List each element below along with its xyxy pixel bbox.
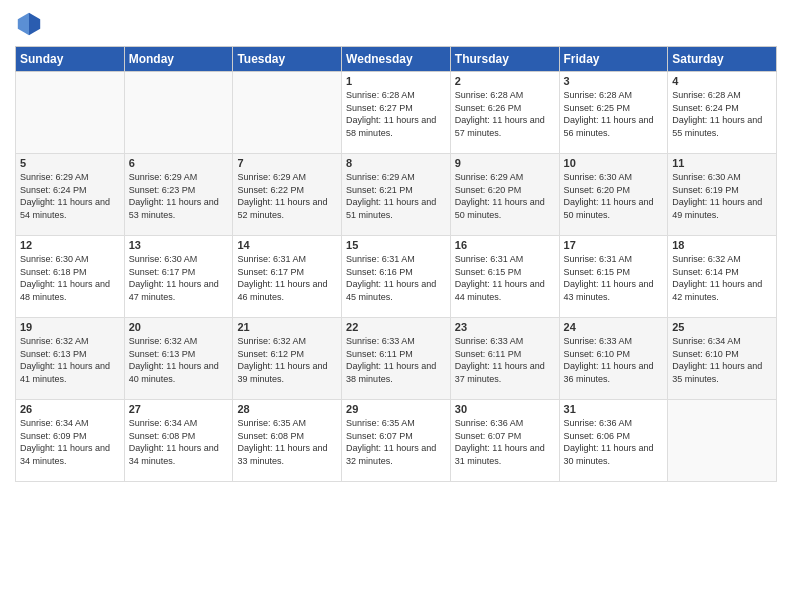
calendar-cell xyxy=(124,72,233,154)
day-info: Sunrise: 6:28 AM Sunset: 6:24 PM Dayligh… xyxy=(672,89,772,139)
calendar-cell: 29 Sunrise: 6:35 AM Sunset: 6:07 PM Dayl… xyxy=(342,400,451,482)
day-info: Sunrise: 6:35 AM Sunset: 6:08 PM Dayligh… xyxy=(237,417,337,467)
day-info: Sunrise: 6:28 AM Sunset: 6:27 PM Dayligh… xyxy=(346,89,446,139)
calendar-cell: 8 Sunrise: 6:29 AM Sunset: 6:21 PM Dayli… xyxy=(342,154,451,236)
day-info: Sunrise: 6:32 AM Sunset: 6:13 PM Dayligh… xyxy=(20,335,120,385)
calendar-cell xyxy=(16,72,125,154)
calendar-cell: 3 Sunrise: 6:28 AM Sunset: 6:25 PM Dayli… xyxy=(559,72,668,154)
col-saturday: Saturday xyxy=(668,47,777,72)
day-info: Sunrise: 6:29 AM Sunset: 6:20 PM Dayligh… xyxy=(455,171,555,221)
day-number: 10 xyxy=(564,157,664,169)
calendar-cell: 24 Sunrise: 6:33 AM Sunset: 6:10 PM Dayl… xyxy=(559,318,668,400)
day-info: Sunrise: 6:29 AM Sunset: 6:21 PM Dayligh… xyxy=(346,171,446,221)
col-tuesday: Tuesday xyxy=(233,47,342,72)
day-info: Sunrise: 6:33 AM Sunset: 6:10 PM Dayligh… xyxy=(564,335,664,385)
day-info: Sunrise: 6:30 AM Sunset: 6:18 PM Dayligh… xyxy=(20,253,120,303)
day-info: Sunrise: 6:29 AM Sunset: 6:22 PM Dayligh… xyxy=(237,171,337,221)
calendar-cell: 13 Sunrise: 6:30 AM Sunset: 6:17 PM Dayl… xyxy=(124,236,233,318)
day-number: 26 xyxy=(20,403,120,415)
logo xyxy=(15,10,47,38)
col-friday: Friday xyxy=(559,47,668,72)
calendar-cell: 26 Sunrise: 6:34 AM Sunset: 6:09 PM Dayl… xyxy=(16,400,125,482)
day-info: Sunrise: 6:30 AM Sunset: 6:20 PM Dayligh… xyxy=(564,171,664,221)
day-info: Sunrise: 6:34 AM Sunset: 6:08 PM Dayligh… xyxy=(129,417,229,467)
day-number: 19 xyxy=(20,321,120,333)
col-wednesday: Wednesday xyxy=(342,47,451,72)
day-number: 21 xyxy=(237,321,337,333)
day-number: 28 xyxy=(237,403,337,415)
day-info: Sunrise: 6:29 AM Sunset: 6:24 PM Dayligh… xyxy=(20,171,120,221)
day-info: Sunrise: 6:35 AM Sunset: 6:07 PM Dayligh… xyxy=(346,417,446,467)
calendar-cell: 9 Sunrise: 6:29 AM Sunset: 6:20 PM Dayli… xyxy=(450,154,559,236)
day-info: Sunrise: 6:32 AM Sunset: 6:14 PM Dayligh… xyxy=(672,253,772,303)
logo-icon xyxy=(15,10,43,38)
calendar-cell: 10 Sunrise: 6:30 AM Sunset: 6:20 PM Dayl… xyxy=(559,154,668,236)
day-number: 31 xyxy=(564,403,664,415)
calendar-cell xyxy=(233,72,342,154)
page-header xyxy=(15,10,777,38)
day-number: 27 xyxy=(129,403,229,415)
day-info: Sunrise: 6:29 AM Sunset: 6:23 PM Dayligh… xyxy=(129,171,229,221)
day-info: Sunrise: 6:32 AM Sunset: 6:12 PM Dayligh… xyxy=(237,335,337,385)
day-info: Sunrise: 6:36 AM Sunset: 6:07 PM Dayligh… xyxy=(455,417,555,467)
calendar-cell: 16 Sunrise: 6:31 AM Sunset: 6:15 PM Dayl… xyxy=(450,236,559,318)
day-info: Sunrise: 6:32 AM Sunset: 6:13 PM Dayligh… xyxy=(129,335,229,385)
svg-marker-1 xyxy=(18,13,29,35)
calendar-cell: 17 Sunrise: 6:31 AM Sunset: 6:15 PM Dayl… xyxy=(559,236,668,318)
day-number: 17 xyxy=(564,239,664,251)
day-number: 6 xyxy=(129,157,229,169)
col-monday: Monday xyxy=(124,47,233,72)
calendar-header-row: Sunday Monday Tuesday Wednesday Thursday… xyxy=(16,47,777,72)
day-number: 13 xyxy=(129,239,229,251)
calendar-cell: 11 Sunrise: 6:30 AM Sunset: 6:19 PM Dayl… xyxy=(668,154,777,236)
day-number: 1 xyxy=(346,75,446,87)
calendar-cell: 15 Sunrise: 6:31 AM Sunset: 6:16 PM Dayl… xyxy=(342,236,451,318)
day-info: Sunrise: 6:33 AM Sunset: 6:11 PM Dayligh… xyxy=(346,335,446,385)
day-info: Sunrise: 6:34 AM Sunset: 6:09 PM Dayligh… xyxy=(20,417,120,467)
day-number: 24 xyxy=(564,321,664,333)
calendar-cell: 28 Sunrise: 6:35 AM Sunset: 6:08 PM Dayl… xyxy=(233,400,342,482)
day-number: 15 xyxy=(346,239,446,251)
calendar-cell: 6 Sunrise: 6:29 AM Sunset: 6:23 PM Dayli… xyxy=(124,154,233,236)
day-info: Sunrise: 6:28 AM Sunset: 6:26 PM Dayligh… xyxy=(455,89,555,139)
calendar-week-row: 26 Sunrise: 6:34 AM Sunset: 6:09 PM Dayl… xyxy=(16,400,777,482)
calendar-cell: 5 Sunrise: 6:29 AM Sunset: 6:24 PM Dayli… xyxy=(16,154,125,236)
day-info: Sunrise: 6:28 AM Sunset: 6:25 PM Dayligh… xyxy=(564,89,664,139)
day-info: Sunrise: 6:36 AM Sunset: 6:06 PM Dayligh… xyxy=(564,417,664,467)
calendar-cell: 18 Sunrise: 6:32 AM Sunset: 6:14 PM Dayl… xyxy=(668,236,777,318)
calendar-cell: 14 Sunrise: 6:31 AM Sunset: 6:17 PM Dayl… xyxy=(233,236,342,318)
day-number: 25 xyxy=(672,321,772,333)
day-number: 3 xyxy=(564,75,664,87)
day-info: Sunrise: 6:34 AM Sunset: 6:10 PM Dayligh… xyxy=(672,335,772,385)
calendar-week-row: 1 Sunrise: 6:28 AM Sunset: 6:27 PM Dayli… xyxy=(16,72,777,154)
calendar-week-row: 12 Sunrise: 6:30 AM Sunset: 6:18 PM Dayl… xyxy=(16,236,777,318)
col-sunday: Sunday xyxy=(16,47,125,72)
day-number: 8 xyxy=(346,157,446,169)
calendar-cell: 1 Sunrise: 6:28 AM Sunset: 6:27 PM Dayli… xyxy=(342,72,451,154)
calendar-week-row: 5 Sunrise: 6:29 AM Sunset: 6:24 PM Dayli… xyxy=(16,154,777,236)
svg-marker-0 xyxy=(29,13,40,35)
day-number: 4 xyxy=(672,75,772,87)
calendar-cell: 25 Sunrise: 6:34 AM Sunset: 6:10 PM Dayl… xyxy=(668,318,777,400)
calendar-cell: 2 Sunrise: 6:28 AM Sunset: 6:26 PM Dayli… xyxy=(450,72,559,154)
day-number: 29 xyxy=(346,403,446,415)
day-number: 9 xyxy=(455,157,555,169)
col-thursday: Thursday xyxy=(450,47,559,72)
calendar-cell: 7 Sunrise: 6:29 AM Sunset: 6:22 PM Dayli… xyxy=(233,154,342,236)
day-number: 2 xyxy=(455,75,555,87)
day-info: Sunrise: 6:31 AM Sunset: 6:15 PM Dayligh… xyxy=(455,253,555,303)
calendar-cell: 4 Sunrise: 6:28 AM Sunset: 6:24 PM Dayli… xyxy=(668,72,777,154)
calendar-cell: 30 Sunrise: 6:36 AM Sunset: 6:07 PM Dayl… xyxy=(450,400,559,482)
day-number: 23 xyxy=(455,321,555,333)
day-number: 22 xyxy=(346,321,446,333)
day-info: Sunrise: 6:30 AM Sunset: 6:19 PM Dayligh… xyxy=(672,171,772,221)
day-info: Sunrise: 6:30 AM Sunset: 6:17 PM Dayligh… xyxy=(129,253,229,303)
day-number: 30 xyxy=(455,403,555,415)
day-info: Sunrise: 6:31 AM Sunset: 6:15 PM Dayligh… xyxy=(564,253,664,303)
calendar-cell: 27 Sunrise: 6:34 AM Sunset: 6:08 PM Dayl… xyxy=(124,400,233,482)
day-info: Sunrise: 6:33 AM Sunset: 6:11 PM Dayligh… xyxy=(455,335,555,385)
calendar-cell: 12 Sunrise: 6:30 AM Sunset: 6:18 PM Dayl… xyxy=(16,236,125,318)
calendar-cell: 21 Sunrise: 6:32 AM Sunset: 6:12 PM Dayl… xyxy=(233,318,342,400)
day-info: Sunrise: 6:31 AM Sunset: 6:17 PM Dayligh… xyxy=(237,253,337,303)
day-info: Sunrise: 6:31 AM Sunset: 6:16 PM Dayligh… xyxy=(346,253,446,303)
